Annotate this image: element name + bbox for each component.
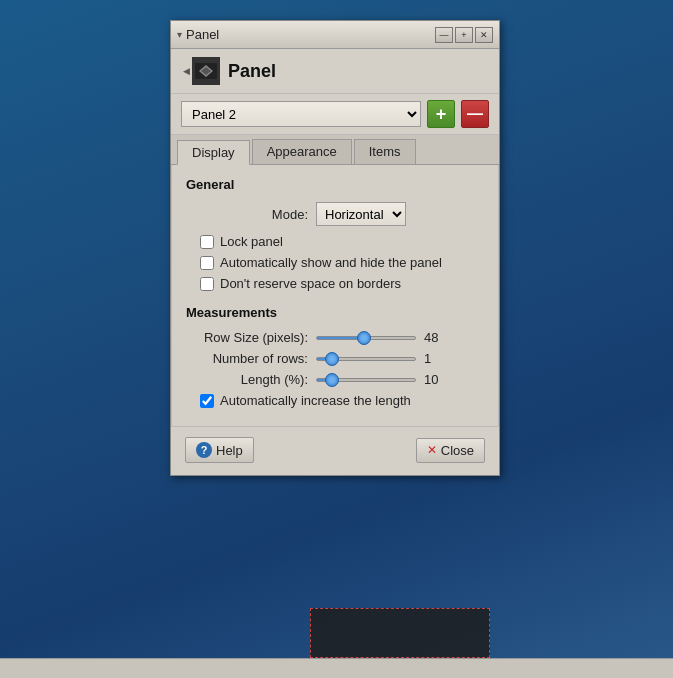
dont-reserve-checkbox[interactable] (200, 277, 214, 291)
row-size-row: Row Size (pixels): 48 (186, 330, 484, 345)
measurements-section: Measurements Row Size (pixels): 48 Numbe… (186, 305, 484, 408)
close-label: Close (441, 443, 474, 458)
tabs-row: Display Appearance Items (171, 135, 499, 165)
tab-appearance[interactable]: Appearance (252, 139, 352, 164)
maximize-button[interactable]: + (455, 27, 473, 43)
length-row: Length (%): 10 (186, 372, 484, 387)
panel-nav-arrows[interactable]: ◀ (181, 64, 192, 78)
titlebar-left: ▾ Panel (177, 27, 219, 42)
dont-reserve-row: Don't reserve space on borders (186, 276, 484, 291)
lock-panel-checkbox[interactable] (200, 235, 214, 249)
auto-hide-row: Automatically show and hide the panel (186, 255, 484, 270)
panel-icon (192, 57, 220, 85)
dont-reserve-label[interactable]: Don't reserve space on borders (220, 276, 401, 291)
tab-content-display: General Mode: Horizontal Vertical Lock p… (171, 165, 499, 427)
measurements-section-title: Measurements (186, 305, 484, 320)
auto-increase-row: Automatically increase the length (186, 393, 484, 408)
length-value: 10 (424, 372, 444, 387)
lock-panel-row: Lock panel (186, 234, 484, 249)
auto-hide-checkbox[interactable] (200, 256, 214, 270)
panel-select[interactable]: Panel 2 (181, 101, 421, 127)
nav-left-arrow-icon[interactable]: ◀ (183, 66, 190, 76)
tab-display[interactable]: Display (177, 140, 250, 165)
num-rows-label: Number of rows: (186, 351, 316, 366)
num-rows-slider[interactable] (316, 357, 416, 361)
footer-row: ? Help ✕ Close (171, 427, 499, 475)
mode-label: Mode: (186, 207, 316, 222)
titlebar: ▾ Panel — + ✕ (171, 21, 499, 49)
row-size-value: 48 (424, 330, 444, 345)
header-section: ◀ Panel (171, 49, 499, 94)
help-icon: ? (196, 442, 212, 458)
tab-items[interactable]: Items (354, 139, 416, 164)
general-section-title: General (186, 177, 484, 192)
num-rows-value: 1 (424, 351, 444, 366)
taskbar-preview-area (310, 608, 490, 658)
auto-hide-label[interactable]: Automatically show and hide the panel (220, 255, 442, 270)
titlebar-title: Panel (186, 27, 219, 42)
lock-panel-label[interactable]: Lock panel (220, 234, 283, 249)
close-button[interactable]: ✕ Close (416, 438, 485, 463)
row-size-label: Row Size (pixels): (186, 330, 316, 345)
row-size-slider[interactable] (316, 336, 416, 340)
help-label: Help (216, 443, 243, 458)
length-slider[interactable] (316, 378, 416, 382)
header-title: Panel (228, 61, 276, 82)
toolbar-row: Panel 2 + — (171, 94, 499, 135)
length-label: Length (%): (186, 372, 316, 387)
help-button[interactable]: ? Help (185, 437, 254, 463)
mode-select[interactable]: Horizontal Vertical (316, 202, 406, 226)
close-window-button[interactable]: ✕ (475, 27, 493, 43)
close-icon: ✕ (427, 443, 437, 457)
add-panel-button[interactable]: + (427, 100, 455, 128)
panel-window: ▾ Panel — + ✕ ◀ Panel Panel 2 (170, 20, 500, 476)
auto-increase-checkbox[interactable] (200, 394, 214, 408)
bottom-bar (0, 658, 673, 678)
num-rows-row: Number of rows: 1 (186, 351, 484, 366)
remove-panel-button[interactable]: — (461, 100, 489, 128)
minimize-button[interactable]: — (435, 27, 453, 43)
auto-increase-label[interactable]: Automatically increase the length (220, 393, 411, 408)
titlebar-controls: — + ✕ (435, 27, 493, 43)
titlebar-arrow-icon[interactable]: ▾ (177, 29, 182, 40)
mode-row: Mode: Horizontal Vertical (186, 202, 484, 226)
